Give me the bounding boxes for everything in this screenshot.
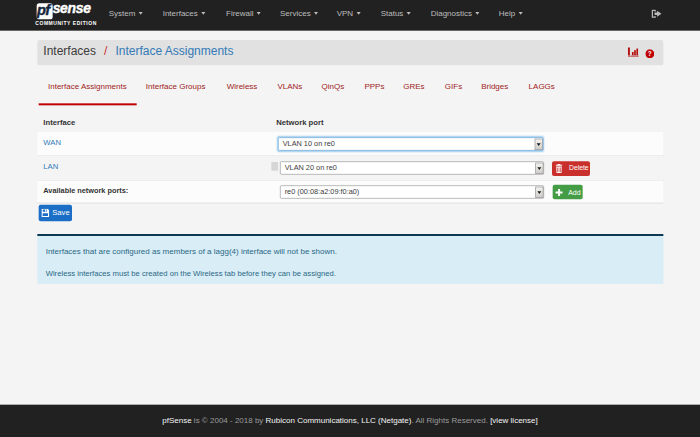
svg-text:?: ? [648,50,652,57]
